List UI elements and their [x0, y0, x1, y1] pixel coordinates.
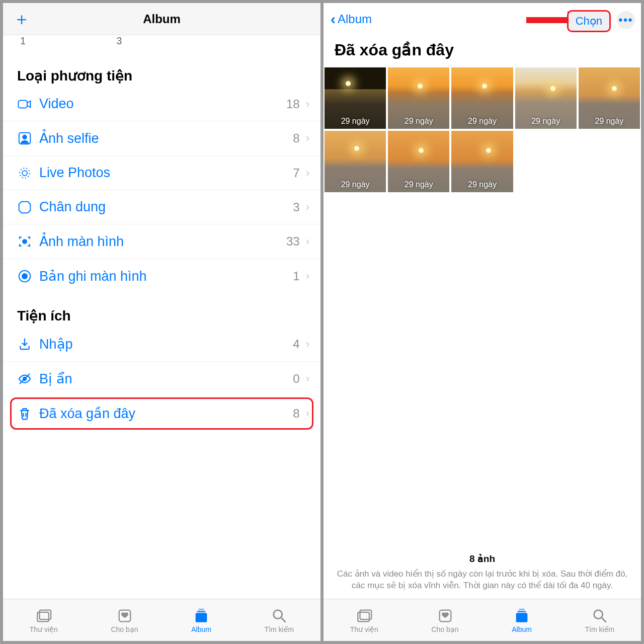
row-count: 18: [286, 97, 300, 111]
photo-thumb[interactable]: 29 ngày: [579, 67, 640, 129]
for-you-icon: [437, 607, 454, 624]
album-list: 1 3 Loại phương tiện Video 18 › Ảnh self…: [3, 35, 320, 599]
count-a: 1: [20, 35, 26, 47]
import-icon: [17, 337, 39, 352]
svg-point-16: [273, 610, 282, 618]
svg-point-4: [20, 168, 30, 178]
row-video[interactable]: Video 18 ›: [3, 87, 320, 121]
photo-thumb[interactable]: 29 ngày: [325, 67, 386, 129]
tab-search[interactable]: Tìm kiếm: [264, 607, 294, 633]
left-phone: ＋ Album 1 3 Loại phương tiện Video 18 › …: [3, 3, 320, 641]
hidden-icon: [17, 371, 39, 386]
search-icon: [271, 607, 288, 624]
row-count: 0: [293, 372, 299, 386]
photo-thumb[interactable]: 29 ngày: [388, 67, 449, 129]
row-screen-recordings[interactable]: Bản ghi màn hình 1 ›: [3, 259, 320, 293]
tab-label: Thư viện: [30, 625, 58, 633]
tab-library[interactable]: Thư viện: [30, 607, 58, 633]
video-icon: [17, 97, 39, 112]
count-b: 3: [116, 35, 122, 47]
chevron-right-icon: ›: [306, 270, 309, 283]
photo-grid: 29 ngày 29 ngày 29 ngày 29 ngày 29 ngày …: [324, 67, 641, 192]
chevron-right-icon: ›: [306, 407, 309, 420]
chevron-right-icon: ›: [306, 167, 309, 180]
portrait-icon: [17, 200, 39, 215]
row-label: Live Photos: [39, 165, 293, 181]
album-icon: [193, 607, 210, 624]
footer-text: Các ảnh và video hiển thị số ngày còn lạ…: [337, 569, 628, 590]
photo-thumb[interactable]: 29 ngày: [515, 67, 577, 129]
screenshot-icon: [17, 234, 39, 249]
tab-label: Album: [512, 625, 532, 633]
tab-label: Tìm kiếm: [264, 625, 294, 633]
add-button[interactable]: ＋: [13, 8, 30, 31]
svg-rect-0: [19, 100, 28, 108]
row-count: 7: [293, 166, 299, 180]
row-recently-deleted[interactable]: Đã xóa gần đây 8 ›: [3, 396, 320, 431]
back-label: Album: [338, 12, 372, 26]
svg-point-2: [23, 135, 27, 139]
row-count: 4: [293, 337, 299, 351]
tab-label: Album: [191, 625, 211, 633]
row-count: 33: [286, 234, 300, 249]
chevron-right-icon: ›: [306, 132, 309, 145]
chevron-right-icon: ›: [306, 201, 309, 214]
tab-library[interactable]: Thư viện: [350, 607, 378, 633]
library-icon: [35, 607, 52, 624]
svg-point-3: [22, 171, 27, 176]
tab-for-you[interactable]: Cho bạn: [431, 607, 458, 633]
album-icon: [513, 607, 530, 624]
navbar: ＋ Album: [3, 3, 320, 35]
tab-bar: Thư viện Cho bạn Album Tìm kiếm: [324, 599, 641, 641]
row-hidden[interactable]: Bị ẩn 0 ›: [3, 362, 320, 396]
tab-album[interactable]: Album: [512, 607, 532, 633]
trash-icon: [17, 406, 39, 421]
chevron-left-icon: ‹: [331, 11, 336, 28]
section-media-types: Loại phương tiện: [3, 53, 320, 87]
svg-point-26: [594, 610, 602, 618]
chevron-right-icon: ›: [306, 235, 309, 248]
tab-label: Cho bạn: [111, 625, 138, 633]
row-label: Bản ghi màn hình: [39, 268, 293, 284]
tab-label: Tìm kiếm: [585, 625, 614, 633]
row-import[interactable]: Nhập 4 ›: [3, 327, 320, 362]
back-button[interactable]: ‹ Album: [331, 11, 372, 28]
photo-thumb[interactable]: 29 ngày: [325, 131, 386, 192]
tab-search[interactable]: Tìm kiếm: [585, 607, 614, 633]
photo-thumb[interactable]: 29 ngày: [451, 131, 513, 192]
live-photos-icon: [17, 166, 39, 181]
chevron-right-icon: ›: [306, 372, 309, 385]
row-label: Ảnh selfie: [39, 130, 293, 146]
row-label: Video: [39, 96, 286, 112]
svg-rect-13: [196, 613, 207, 622]
svg-rect-24: [518, 611, 526, 612]
tab-for-you[interactable]: Cho bạn: [111, 607, 138, 633]
photo-thumb[interactable]: 29 ngày: [451, 67, 513, 129]
chevron-right-icon: ›: [306, 98, 309, 111]
right-phone: ‹ Album Chọn ••• Đã xóa gần đây 29 ngày …: [324, 3, 641, 641]
row-count: 8: [293, 407, 299, 421]
navbar: ‹ Album Chọn •••: [324, 3, 641, 35]
svg-rect-14: [197, 611, 206, 612]
row-label: Đã xóa gần đây: [39, 406, 293, 422]
row-portrait[interactable]: Chân dung 3 ›: [3, 190, 320, 224]
record-icon: [17, 269, 39, 284]
row-label: Nhập: [39, 336, 293, 352]
row-live-photos[interactable]: Live Photos 7 ›: [3, 156, 320, 190]
chevron-right-icon: ›: [306, 338, 309, 351]
photo-thumb[interactable]: 29 ngày: [388, 131, 449, 192]
select-button[interactable]: Chọn: [567, 10, 611, 32]
tab-label: Thư viện: [350, 625, 378, 633]
svg-rect-23: [516, 613, 528, 622]
ellipsis-icon: •••: [618, 14, 633, 27]
more-button[interactable]: •••: [617, 11, 635, 29]
row-count: 8: [293, 131, 299, 145]
row-count: 3: [293, 200, 299, 214]
photo-count: 8 ảnh: [334, 552, 631, 566]
row-selfie[interactable]: Ảnh selfie 8 ›: [3, 121, 320, 156]
tab-album[interactable]: Album: [191, 607, 211, 633]
section-utilities: Tiện ích: [3, 293, 320, 327]
row-screenshots[interactable]: Ảnh màn hình 33 ›: [3, 224, 320, 259]
footer-info: 8 ảnh Các ảnh và video hiển thị số ngày …: [324, 552, 641, 599]
tab-bar: Thư viện Cho bạn Album Tìm kiếm: [3, 599, 320, 641]
